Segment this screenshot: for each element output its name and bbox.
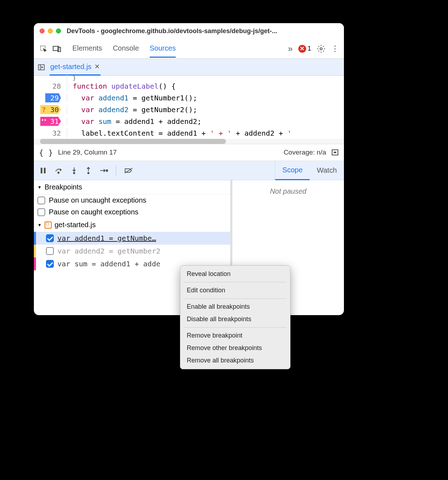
kebab-menu-icon[interactable]: ⋮ xyxy=(331,44,339,53)
collapse-icon: ▼ xyxy=(37,223,42,228)
minimize-window-button[interactable] xyxy=(48,28,53,33)
code-line[interactable]: 31 var sum = addend1 + addend2; xyxy=(34,115,344,127)
collapse-drawer-icon[interactable] xyxy=(331,148,339,156)
error-count: 1 xyxy=(308,45,311,52)
editor-status-bar: { } Line 29, Column 17 Coverage: n/a xyxy=(34,144,344,161)
file-tab-name: get-started.js xyxy=(50,63,92,71)
context-menu-item[interactable]: Remove breakpoint xyxy=(180,329,290,342)
breakpoint-text: var addend1 = getNumbe… xyxy=(57,234,156,242)
breakpoints-header[interactable]: ▼ Breakpoints xyxy=(34,180,230,194)
breakpoint-stripe xyxy=(34,257,36,270)
tab-scope[interactable]: Scope xyxy=(275,161,310,180)
context-menu-item[interactable]: Remove all breakpoints xyxy=(180,354,290,367)
horizontal-scrollbar[interactable] xyxy=(34,139,344,144)
step-over-icon[interactable] xyxy=(55,167,63,174)
menu-separator xyxy=(184,327,287,328)
breakpoint-file-name: get-started.js xyxy=(55,221,96,229)
close-tab-icon[interactable]: ✕ xyxy=(94,63,100,71)
breakpoint-row[interactable]: var addend1 = getNumbe… xyxy=(34,232,230,245)
breakpoint-checkbox[interactable] xyxy=(46,234,54,242)
format-code-icon[interactable]: { } xyxy=(39,148,53,157)
breakpoint-row[interactable]: var addend2 = getNumber2 xyxy=(34,245,230,257)
context-menu-item[interactable]: Edit condition xyxy=(180,284,290,297)
pause-caught-label: Pause on caught exceptions xyxy=(49,208,138,216)
context-menu: Reveal locationEdit conditionEnable all … xyxy=(180,265,290,369)
file-tab-bar: get-started.js ✕ xyxy=(34,59,344,76)
breakpoint-marker[interactable]: 31 xyxy=(40,117,61,126)
navigator-toggle-icon[interactable] xyxy=(37,63,45,71)
breakpoint-marker[interactable]: 30 xyxy=(40,105,61,114)
step-into-icon[interactable] xyxy=(71,167,77,174)
main-toolbar: Elements Console Sources » ✕ 1 ⋮ xyxy=(34,39,344,59)
collapse-icon: ▼ xyxy=(37,185,42,190)
breakpoint-file-header[interactable]: ▼ get-started.js xyxy=(34,218,230,232)
tab-sources[interactable]: Sources xyxy=(150,40,176,58)
titlebar: DevTools - googlechrome.github.io/devtoo… xyxy=(34,23,344,39)
step-out-icon[interactable] xyxy=(85,167,92,174)
js-file-icon xyxy=(45,221,52,229)
pause-caught-checkbox[interactable] xyxy=(37,208,45,216)
breakpoint-stripe xyxy=(34,245,36,257)
error-icon: ✕ xyxy=(298,45,306,53)
tab-elements[interactable]: Elements xyxy=(72,40,102,58)
maximize-window-button[interactable] xyxy=(56,28,61,33)
context-menu-item[interactable]: Disable all breakpoints xyxy=(180,313,290,325)
step-icon[interactable] xyxy=(99,168,108,173)
close-window-button[interactable] xyxy=(40,28,45,33)
breakpoint-checkbox[interactable] xyxy=(46,247,54,255)
device-toolbar-icon[interactable] xyxy=(52,44,62,53)
breakpoint-text: var sum = addend1 + adde xyxy=(57,260,160,268)
svg-rect-8 xyxy=(44,168,46,173)
tab-console[interactable]: Console xyxy=(113,40,139,58)
pause-uncaught-row[interactable]: Pause on uncaught exceptions xyxy=(34,194,230,206)
svg-point-3 xyxy=(320,48,322,50)
svg-point-13 xyxy=(88,172,89,174)
window-controls xyxy=(40,28,61,33)
tab-watch[interactable]: Watch xyxy=(310,161,344,179)
panel-tabs: Elements Console Sources xyxy=(72,40,176,58)
svg-point-9 xyxy=(58,172,59,173)
svg-point-11 xyxy=(73,172,75,174)
breakpoints-title: Breakpoints xyxy=(45,183,82,191)
menu-separator xyxy=(184,298,287,299)
not-paused-message: Not paused xyxy=(270,187,306,195)
file-tab-active[interactable]: get-started.js ✕ xyxy=(50,59,101,75)
error-badge[interactable]: ✕ 1 xyxy=(298,45,311,53)
code-line[interactable]: 30 var addend2 = getNumber2(); xyxy=(34,104,344,115)
cursor-position: Line 29, Column 17 xyxy=(58,148,117,156)
pause-caught-row[interactable]: Pause on caught exceptions xyxy=(34,206,230,218)
breakpoint-marker[interactable]: 29 xyxy=(45,93,61,103)
code-line[interactable]: 29 var addend1 = getNumber1(); xyxy=(34,92,344,104)
settings-icon[interactable] xyxy=(317,45,325,53)
context-menu-item[interactable]: Remove other breakpoints xyxy=(180,342,290,354)
deactivate-breakpoints-icon[interactable] xyxy=(124,167,133,174)
context-menu-item[interactable]: Reveal location xyxy=(180,268,290,280)
svg-point-15 xyxy=(106,169,108,171)
pause-uncaught-checkbox[interactable] xyxy=(37,197,45,204)
code-line[interactable]: 32 label.textContent = addend1 + ' + ' +… xyxy=(34,127,344,139)
menu-separator xyxy=(184,282,287,282)
pause-icon[interactable] xyxy=(40,167,47,174)
more-tabs-icon[interactable]: » xyxy=(288,44,293,54)
svg-rect-7 xyxy=(41,168,42,173)
code-editor[interactable]: }28function updateLabel() {29 var addend… xyxy=(34,76,344,139)
window-title: DevTools - googlechrome.github.io/devtoo… xyxy=(67,27,277,35)
pause-uncaught-label: Pause on uncaught exceptions xyxy=(49,196,146,204)
debug-toolbar: Scope Watch xyxy=(34,161,344,180)
code-line[interactable]: 28function updateLabel() { xyxy=(34,80,344,92)
inspect-element-icon[interactable] xyxy=(39,44,48,53)
breakpoint-stripe xyxy=(34,232,36,245)
breakpoint-text: var addend2 = getNumber2 xyxy=(57,247,160,255)
breakpoint-checkbox[interactable] xyxy=(46,260,54,268)
coverage-label: Coverage: n/a xyxy=(284,148,326,156)
context-menu-item[interactable]: Enable all breakpoints xyxy=(180,301,290,313)
